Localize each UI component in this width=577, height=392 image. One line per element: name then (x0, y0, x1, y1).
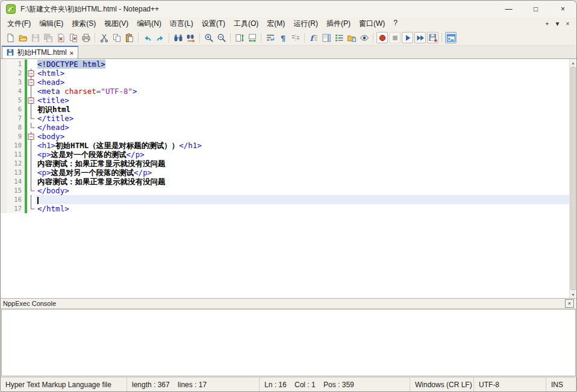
close-button[interactable]: × (549, 1, 576, 17)
editor-line-7[interactable]: 7</title> (1, 114, 569, 123)
editor-line-6[interactable]: 6初识html (1, 105, 569, 114)
replace-icon[interactable] (185, 32, 196, 43)
menu-run[interactable]: 运行(R) (289, 17, 322, 30)
print-icon[interactable] (80, 32, 92, 43)
bookmark-margin[interactable] (1, 78, 7, 87)
menu-edit[interactable]: 编辑(E) (35, 17, 67, 30)
scrollbar-thumb[interactable] (570, 67, 576, 290)
paste-icon[interactable] (123, 32, 135, 43)
run-macro-multiple-icon[interactable] (414, 32, 426, 43)
bookmark-margin[interactable] (1, 60, 7, 69)
record-macro-icon[interactable] (376, 32, 388, 43)
menu-window[interactable]: 窗口(W) (355, 17, 389, 30)
new-file-icon[interactable] (4, 32, 16, 43)
editor-line-3[interactable]: 3<head> (1, 78, 569, 87)
editor-line-1[interactable]: 1<!DOCTYPE html> (1, 60, 569, 69)
undo-icon[interactable] (142, 32, 153, 43)
bookmark-margin[interactable] (1, 69, 7, 78)
playback-macro-icon[interactable] (402, 32, 413, 43)
bookmark-margin[interactable] (1, 105, 7, 114)
bookmark-margin[interactable] (1, 168, 7, 177)
vertical-scrollbar[interactable]: ▲ ▼ (569, 59, 576, 298)
cut-icon[interactable] (98, 32, 110, 43)
tab-document[interactable]: 初始HTML.html × (2, 46, 78, 58)
code-text[interactable]: <title> (36, 96, 569, 105)
menu-help[interactable]: ? (389, 17, 402, 30)
bookmark-margin[interactable] (1, 195, 7, 204)
code-text[interactable]: <p>这是对另一个段落的测试</p> (36, 168, 569, 177)
code-text[interactable]: <h1>初始HTML（这里是对标题的测试））</h1> (36, 141, 569, 150)
maximize-button[interactable]: □ (522, 1, 549, 17)
tab-list-button[interactable]: ▼ (552, 20, 563, 27)
sync-vertical-icon[interactable] (234, 32, 245, 43)
menu-search[interactable]: 搜索(S) (67, 17, 100, 30)
find-icon[interactable] (172, 32, 184, 43)
fold-margin-collapse-icon[interactable] (27, 78, 36, 87)
document-list-icon[interactable] (333, 32, 345, 43)
nppexec-console-icon[interactable] (445, 32, 457, 43)
bookmark-margin[interactable] (1, 87, 7, 96)
editor-line-17[interactable]: 17</html> (1, 204, 569, 213)
bookmark-margin[interactable] (1, 204, 7, 213)
bookmark-margin[interactable] (1, 141, 7, 150)
bookmark-margin[interactable] (1, 177, 7, 186)
editor-line-11[interactable]: 11<p>这是对一个段落的测试</p> (1, 150, 569, 159)
console-close-button[interactable]: × (565, 299, 574, 308)
editor-line-15[interactable]: 15</body> (1, 186, 569, 195)
editor-line-2[interactable]: 2<html> (1, 69, 569, 78)
bookmark-margin[interactable] (1, 96, 7, 105)
close-tab-button[interactable]: × (563, 20, 573, 27)
close-icon[interactable] (55, 32, 66, 43)
document-map-icon[interactable] (320, 32, 332, 43)
code-text[interactable]: </title> (36, 114, 569, 123)
editor-line-8[interactable]: 8</head> (1, 123, 569, 132)
editor-line-12[interactable]: 12内容测试：如果正常显示就没有没问题 (1, 159, 569, 168)
code-text[interactable]: </body> (36, 186, 569, 195)
folder-as-workspace-icon[interactable] (346, 32, 357, 43)
tab-close-icon[interactable]: × (70, 49, 73, 57)
code-text[interactable]: <meta charset="UTF-8"> (36, 87, 569, 96)
code-text[interactable] (36, 195, 569, 204)
bookmark-margin[interactable] (1, 186, 7, 195)
editor-line-10[interactable]: 10<h1>初始HTML（这里是对标题的测试））</h1> (1, 141, 569, 150)
copy-icon[interactable] (111, 32, 122, 43)
code-text[interactable]: </html> (36, 204, 569, 213)
scroll-up-icon[interactable]: ▲ (570, 59, 576, 66)
bookmark-margin[interactable] (1, 114, 7, 123)
sync-horizontal-icon[interactable] (246, 32, 258, 43)
show-all-characters-icon[interactable]: ¶ (277, 32, 288, 43)
word-wrap-icon[interactable] (264, 32, 276, 43)
fold-margin-collapse-icon[interactable] (27, 69, 36, 78)
editor-line-9[interactable]: 9<body> (1, 132, 569, 141)
editor-line-13[interactable]: 13<p>这是对另一个段落的测试</p> (1, 168, 569, 177)
menu-plugins[interactable]: 插件(P) (322, 17, 355, 30)
fold-margin-collapse-icon[interactable] (27, 132, 36, 141)
monitoring-icon[interactable] (358, 32, 370, 43)
menu-view[interactable]: 视图(V) (100, 17, 133, 30)
code-text[interactable]: <!DOCTYPE html> (36, 60, 569, 69)
menu-language[interactable]: 语言(L) (166, 17, 198, 30)
open-file-icon[interactable] (17, 32, 28, 43)
code-text[interactable]: 内容测试：如果正常显示就没有没问题 (36, 177, 569, 186)
function-list-icon[interactable]: f (308, 32, 319, 43)
minimize-button[interactable]: — (495, 1, 522, 17)
editor-line-5[interactable]: 5<title> (1, 96, 569, 105)
editor[interactable]: 1<!DOCTYPE html>2<html>3<head>4<meta cha… (1, 59, 576, 298)
bookmark-margin[interactable] (1, 132, 7, 141)
editor-line-14[interactable]: 14内容测试：如果正常显示就没有没问题 (1, 177, 569, 186)
code-text[interactable]: <body> (36, 132, 569, 141)
add-tab-button[interactable]: + (542, 20, 552, 27)
code-text[interactable]: <p>这是对一个段落的测试</p> (36, 150, 569, 159)
close-all-icon[interactable] (67, 32, 79, 43)
indent-guide-icon[interactable] (290, 32, 301, 43)
editor-line-4[interactable]: 4<meta charset="UTF-8"> (1, 87, 569, 96)
menu-encoding[interactable]: 编码(N) (133, 17, 166, 30)
menu-macro[interactable]: 宏(M) (263, 17, 289, 30)
code-text[interactable]: <head> (36, 78, 569, 87)
menu-settings[interactable]: 设置(T) (198, 17, 229, 30)
code-text[interactable]: 内容测试：如果正常显示就没有没问题 (36, 159, 569, 168)
scroll-down-icon[interactable]: ▼ (570, 291, 576, 298)
bookmark-margin[interactable] (1, 123, 7, 132)
bookmark-margin[interactable] (1, 150, 7, 159)
code-text[interactable]: 初识html (36, 105, 569, 114)
